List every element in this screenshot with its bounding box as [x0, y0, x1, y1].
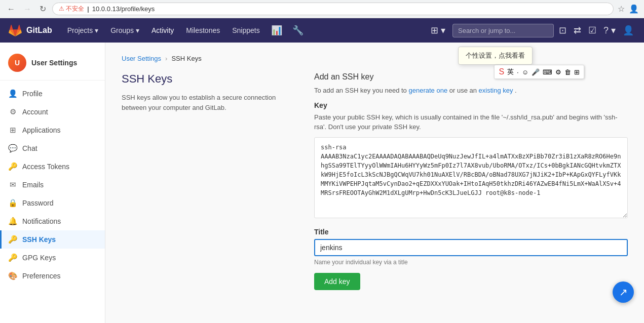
sidebar-label-preferences: Preferences	[22, 272, 60, 280]
gitlab-logo-text: GitLab	[26, 26, 52, 35]
sidebar-item-notifications[interactable]: 🔔 Notifications	[0, 212, 105, 230]
key-label: Key	[314, 101, 628, 109]
sidebar-item-gpg-keys[interactable]: 🔑 GPG Keys	[0, 249, 105, 267]
nav-right: ⊞ ▾ ⊡ ⇄ ☑ ? ▾ 👤	[427, 22, 636, 39]
issues-icon[interactable]: ☑	[586, 23, 598, 38]
chat-icon: 💬	[8, 144, 17, 153]
plus-button[interactable]: ⊞ ▾	[427, 22, 449, 39]
sidebar-label-notifications: Notifications	[22, 217, 61, 225]
help-prefix: To add an SSH key you need to	[314, 87, 407, 94]
sidebar-label-ssh-keys: SSH Keys	[22, 235, 56, 244]
password-icon: 🔒	[8, 198, 17, 208]
wrench-icon[interactable]: 🔧	[288, 22, 308, 39]
browser-icons: ☆ 👤	[618, 4, 639, 14]
avatar: U	[8, 54, 26, 72]
global-search-input[interactable]	[452, 24, 554, 37]
ssh-left-panel: SSH Keys SSH keys allow you to establish…	[122, 72, 294, 300]
applications-icon: ⊞	[8, 126, 17, 135]
sidebar-username: User Settings	[31, 59, 77, 67]
sidebar-label-emails: Emails	[22, 181, 44, 189]
refresh-button[interactable]: ↻	[37, 3, 48, 15]
existing-key-link[interactable]: existing key	[479, 87, 513, 94]
sidebar-label-access-tokens: Access Tokens	[22, 163, 69, 171]
float-button[interactable]: ↗	[613, 281, 634, 303]
sidebar-item-applications[interactable]: ⊞ Applications	[0, 121, 105, 139]
title-input[interactable]	[314, 239, 628, 256]
ssh-layout: SSH Keys SSH keys allow you to establish…	[122, 72, 628, 300]
merge-request-icon[interactable]: ⇄	[572, 23, 583, 38]
ssh-right-panel: Add an SSH key To add an SSH key you nee…	[314, 72, 628, 300]
sidebar-item-preferences[interactable]: 🎨 Preferences	[0, 267, 105, 285]
nav-activity[interactable]: Activity	[146, 23, 179, 37]
ime-mic[interactable]: 🎤	[532, 68, 540, 76]
breadcrumb-separator: ›	[165, 55, 167, 62]
account-icon: ⚙	[8, 107, 17, 116]
back-button[interactable]: ←	[5, 4, 17, 15]
key-help: Paste your public SSH key, which is usua…	[314, 112, 628, 132]
security-warning: ⚠ 不安全	[59, 5, 84, 13]
layout-icon[interactable]: ⊡	[557, 23, 569, 38]
bookmark-icon[interactable]: ☆	[618, 4, 625, 14]
ime-keyboard[interactable]: ⌨	[543, 68, 552, 76]
address-bar[interactable]: ⚠ 不安全 | 10.0.0.13/profile/keys	[52, 3, 614, 15]
ime-dot: ·	[517, 68, 519, 76]
help-or: or use an	[449, 87, 479, 94]
help-icon[interactable]: ? ▾	[601, 23, 618, 38]
generate-key-link[interactable]: generate one	[408, 87, 447, 94]
breadcrumb-parent[interactable]: User Settings	[122, 55, 161, 62]
browser-bar: ← → ↻ ⚠ 不安全 | 10.0.0.13/profile/keys ☆ 👤	[0, 0, 644, 18]
ssh-description: SSH keys allow you to establish a secure…	[122, 93, 294, 112]
url-separator: |	[87, 5, 89, 13]
profile-icon[interactable]: 👤	[629, 4, 639, 14]
help-suffix: .	[515, 87, 517, 94]
breadcrumb-current: SSH Keys	[171, 55, 201, 62]
title-help: Name your individual key via a title	[314, 259, 628, 266]
sidebar-item-account[interactable]: ⚙ Account	[0, 103, 105, 121]
sidebar-label-applications: Applications	[22, 126, 61, 134]
gitlab-logo[interactable]: GitLab	[8, 23, 52, 37]
sidebar-label-chat: Chat	[22, 144, 37, 152]
ime-delete[interactable]: 🗑	[564, 68, 571, 76]
ime-toolbar: S 英 · ☺ 🎤 ⌨ ⚙ 🗑 ⊞	[494, 65, 584, 79]
key-textarea[interactable]: ssh-rsa AAAAB3NzaC1yc2EAAAADAQABAAABAQDe…	[314, 137, 628, 218]
sidebar-item-ssh-keys[interactable]: 🔑 SSH Keys	[0, 230, 105, 249]
sidebar-label-gpg-keys: GPG Keys	[22, 254, 56, 262]
notifications-icon: 🔔	[8, 217, 17, 226]
emails-icon: ✉	[8, 180, 17, 189]
sidebar-item-chat[interactable]: 💬 Chat	[0, 139, 105, 157]
gpg-keys-icon: 🔑	[8, 253, 17, 262]
gitlab-navbar: GitLab Projects ▾ Groups ▾ Activity Mile…	[0, 18, 644, 43]
chart-icon[interactable]: 📊	[267, 22, 286, 39]
ime-emoji[interactable]: ☺	[522, 68, 528, 76]
add-key-button[interactable]: Add key	[314, 273, 360, 290]
forward-button[interactable]: →	[21, 4, 33, 15]
ime-grid[interactable]: ⊞	[574, 68, 580, 76]
nav-snippets[interactable]: Snippets	[227, 23, 264, 37]
sidebar-header: U User Settings	[0, 48, 105, 80]
sidebar-item-password[interactable]: 🔒 Password	[0, 194, 105, 212]
tooltip-popup: 个性设置，点我看看	[458, 47, 533, 65]
profile-icon: 👤	[8, 89, 17, 98]
access-tokens-icon: 🔑	[8, 162, 17, 171]
ime-logo: S	[499, 67, 504, 76]
page-title: SSH Keys	[122, 72, 294, 86]
preferences-icon: 🎨	[8, 271, 17, 280]
nav-projects[interactable]: Projects ▾	[62, 23, 103, 37]
main-layout: U User Settings 👤 Profile ⚙ Account ⊞ Ap…	[0, 43, 644, 323]
add-key-section: Add an SSH key To add an SSH key you nee…	[314, 72, 628, 290]
ime-text: 英	[507, 67, 514, 76]
sidebar-label-profile: Profile	[22, 90, 43, 98]
sidebar: U User Settings 👤 Profile ⚙ Account ⊞ Ap…	[0, 43, 105, 323]
ssh-keys-icon: 🔑	[8, 235, 17, 244]
sidebar-item-emails[interactable]: ✉ Emails	[0, 176, 105, 194]
sidebar-label-password: Password	[22, 199, 53, 207]
nav-groups[interactable]: Groups ▾	[105, 23, 144, 37]
url-text: 10.0.0.13/profile/keys	[92, 5, 155, 13]
user-avatar[interactable]: 👤	[621, 23, 636, 38]
breadcrumb: User Settings › SSH Keys	[122, 55, 628, 62]
nav-milestones[interactable]: Milestones	[181, 23, 225, 37]
sidebar-item-profile[interactable]: 👤 Profile	[0, 85, 105, 103]
nav-links: Projects ▾ Groups ▾ Activity Milestones …	[62, 22, 416, 39]
sidebar-item-access-tokens[interactable]: 🔑 Access Tokens	[0, 157, 105, 176]
ime-settings[interactable]: ⚙	[555, 68, 561, 76]
